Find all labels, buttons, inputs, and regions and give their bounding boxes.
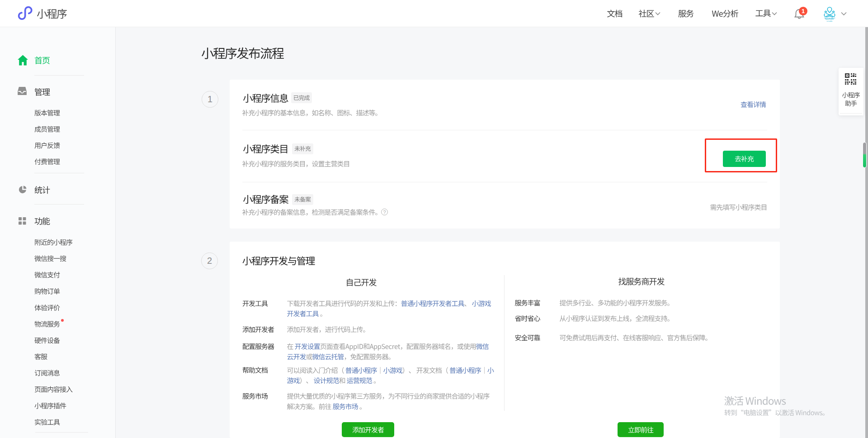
svg-text:"kychakr": "kychakr" xyxy=(824,17,835,20)
svg-text:est kydbkr: est kydbkr xyxy=(827,20,833,22)
